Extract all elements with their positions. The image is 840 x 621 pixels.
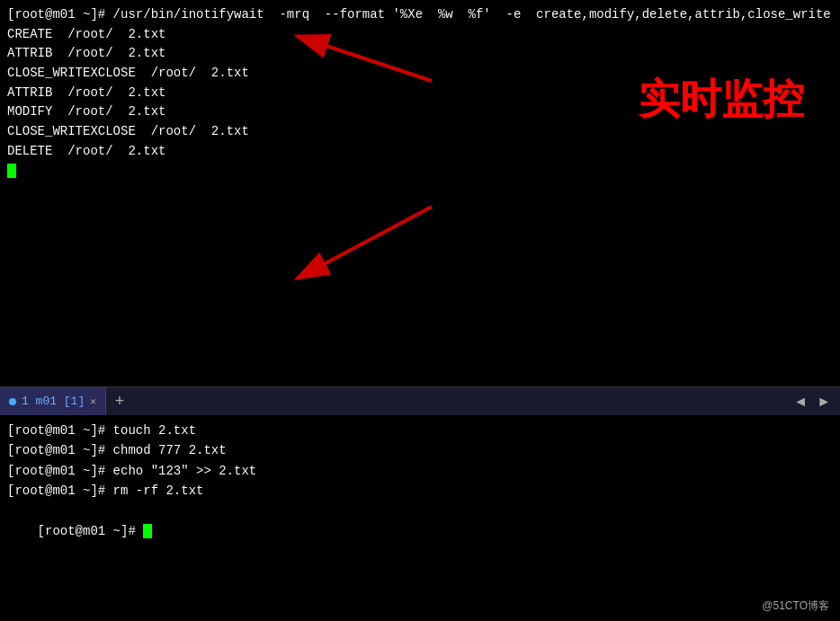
tab-nav-left-button[interactable]: ◄	[790, 392, 811, 412]
annotation-text: 实时监控	[639, 72, 804, 128]
bottom-line-chmod: [root@m01 ~]# chmod 777 2.txt	[7, 440, 833, 460]
tab-nav-right-button[interactable]: ►	[813, 392, 835, 412]
terminal-cursor-line	[7, 162, 833, 182]
bottom-line-rm: [root@m01 ~]# rm -rf 2.txt	[7, 481, 833, 501]
tab-bar[interactable]: 1 m01 [1] ✕ + ◄ ►	[0, 386, 840, 415]
terminal-line-delete: DELETE /root/ 2.txt	[7, 142, 833, 162]
bottom-cursor	[143, 524, 152, 538]
bottom-line-echo: [root@m01 ~]# echo "123" >> 2.txt	[7, 461, 833, 481]
bottom-line-touch: [root@m01 ~]# touch 2.txt	[7, 421, 833, 440]
watermark: @51CTO博客	[762, 599, 829, 614]
terminal-line-command: [root@m01 ~]# /usr/bin/inotifywait -mrq …	[7, 5, 833, 25]
svg-line-2	[297, 207, 432, 279]
tab-add-button[interactable]: +	[106, 387, 134, 415]
annotation-label: 实时监控	[639, 54, 804, 128]
tab-item-m01[interactable]: 1 m01 [1] ✕	[0, 387, 106, 415]
terminal-top-pane[interactable]: [root@m01 ~]# /usr/bin/inotifywait -mrq …	[0, 0, 840, 386]
tab-close-icon[interactable]: ✕	[90, 395, 96, 407]
bottom-line-prompt: [root@m01 ~]#	[7, 501, 833, 562]
terminal-bottom-pane[interactable]: [root@m01 ~]# touch 2.txt [root@m01 ~]# …	[0, 415, 840, 621]
tab-label: 1 m01 [1]	[22, 395, 85, 408]
terminal-line-create: CREATE /root/ 2.txt	[7, 25, 833, 45]
tab-indicator-dot	[9, 398, 16, 405]
tab-nav-controls: ◄ ►	[790, 392, 840, 412]
